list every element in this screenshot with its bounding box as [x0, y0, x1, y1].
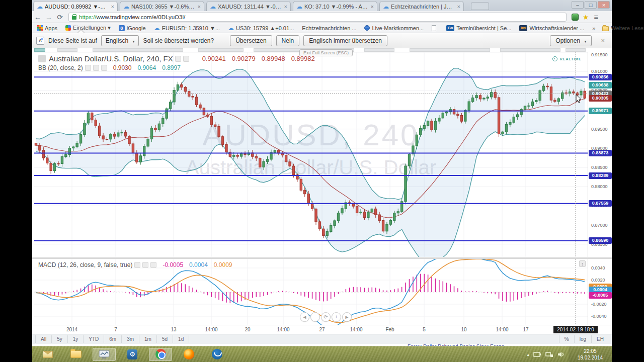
- macd-eye-icon[interactable]: [134, 262, 140, 268]
- forward-button[interactable]: →: [43, 13, 54, 21]
- browser-tab[interactable]: ☁Echtzeitnachrichten | Jand×: [379, 1, 464, 11]
- bookmark-item[interactable]: GoTerminübersicht | Se...: [446, 25, 511, 31]
- range-button-1d[interactable]: 1d: [173, 335, 189, 343]
- bookmark-item[interactable]: Echtzeitnachrichten ...: [302, 25, 356, 31]
- macd-close-icon[interactable]: [150, 262, 156, 268]
- tradingview-cloud-favicon: ☁: [123, 4, 129, 10]
- tab-close-icon[interactable]: ×: [371, 4, 374, 10]
- taskbar-clock[interactable]: 22:05 19.02.2014: [569, 346, 612, 362]
- price-tick-label: 0.91500: [591, 52, 608, 57]
- speaker-icon[interactable]: [557, 351, 565, 357]
- new-tab-button[interactable]: [471, 2, 489, 10]
- scale-button-log[interactable]: log: [574, 335, 591, 343]
- bookmark-item[interactable]: Live-Marktkommen...: [364, 25, 424, 31]
- taskbar-settings-app-icon[interactable]: ⚙: [121, 348, 144, 361]
- no-button[interactable]: Nein: [276, 35, 300, 46]
- tab-close-icon[interactable]: ×: [198, 4, 201, 10]
- always-translate-button[interactable]: Englisch immer übersetzen: [303, 35, 387, 46]
- range-button-all[interactable]: All: [35, 335, 52, 343]
- symbol-title[interactable]: Australian Dollar/U.S. Dollar, 240, FX: [49, 54, 173, 63]
- macd-settings-icon[interactable]: [142, 262, 148, 268]
- range-button-1m[interactable]: 1m: [139, 335, 157, 343]
- macd-value: 0.0004: [189, 261, 208, 268]
- bookmark-item[interactable]: InvWirtschaftskalender ...: [519, 25, 584, 31]
- window-close-button[interactable]: ×: [598, 1, 610, 9]
- bookmarks-overflow-chevron[interactable]: »: [592, 25, 595, 31]
- language-select[interactable]: Englisch ▾: [101, 35, 139, 46]
- browser-tab[interactable]: ☁NAS100: 3655 ▼-0.6% - In×: [120, 1, 204, 11]
- pane-collapse-icon[interactable]: ↕: [579, 260, 586, 267]
- scale-button-%[interactable]: %: [559, 335, 574, 343]
- bookmark-item[interactable]: Einstellungen ▾: [65, 25, 111, 31]
- price-tick-label: 0.89500: [591, 127, 608, 132]
- network-icon[interactable]: [545, 351, 553, 357]
- tab-close-icon[interactable]: ×: [111, 4, 114, 10]
- taskbar-chrome-icon[interactable]: [149, 348, 172, 361]
- back-button[interactable]: ←: [32, 13, 43, 21]
- range-button-1y[interactable]: 1y: [68, 335, 84, 343]
- browser-tab[interactable]: ☁AUDUSD: 0.89982 ▼-0.29×: [33, 1, 118, 11]
- bb-band-fill: [36, 68, 585, 257]
- options-button[interactable]: Optionen ▾: [550, 35, 592, 46]
- legend-settings-icon[interactable]: [183, 56, 189, 62]
- taskbar-explorer-icon[interactable]: [64, 348, 88, 361]
- bookmark-item[interactable]: 8iGoogle: [119, 25, 146, 31]
- window-minimize-button[interactable]: −: [572, 1, 584, 9]
- range-button-6m[interactable]: 6m: [104, 335, 122, 343]
- bb-settings-icon[interactable]: [93, 65, 99, 71]
- main-chart-pane[interactable]: AUDUSD, 240 Australian Dollar/U.S. Dolla…: [34, 52, 588, 257]
- macd-label[interactable]: MACD (12, 26, close, 9, false, true): [38, 261, 132, 268]
- bb-label[interactable]: BB (20, close, 2): [38, 64, 83, 71]
- macd-pane[interactable]: MACD (12, 26, close, 9, false, true) -0.…: [34, 259, 588, 325]
- price-badge: 0.88873: [589, 150, 612, 156]
- reload-button[interactable]: ⟳: [54, 13, 65, 21]
- address-bar[interactable]: https:// www.tradingview.com/e/0DLyuO3l/: [68, 13, 567, 22]
- price-axis[interactable]: 0.915000.910000.905000.900000.895000.890…: [588, 52, 612, 257]
- bb-eye-icon[interactable]: [85, 65, 91, 71]
- url-scheme: https://: [79, 14, 97, 20]
- chart-nav-button[interactable]: +: [332, 312, 341, 322]
- infobar-close-icon[interactable]: ×: [601, 37, 605, 44]
- time-axis-label: 27: [319, 327, 325, 332]
- chart-nav-button[interactable]: ◄: [300, 312, 309, 322]
- bookmark-item[interactable]: [432, 25, 438, 31]
- tray-expand-icon[interactable]: ▴: [527, 352, 529, 357]
- range-button-ytd[interactable]: YTD: [84, 335, 104, 343]
- macd-badge: -0.0005: [589, 292, 612, 299]
- taskbar-chart-app-icon[interactable]: [93, 348, 116, 361]
- collapsed-toolbar-segment: [57, 48, 77, 52]
- bookmark-star-icon[interactable]: ★: [583, 13, 589, 21]
- browser-tab[interactable]: ☁KO: 37.10 ▼-0.99% - Aktie×: [293, 1, 377, 11]
- browser-tab[interactable]: ☁XAUUSD: 1311.44 ▼-0.78×: [206, 1, 291, 11]
- taskbar-mail-icon[interactable]: [36, 348, 59, 361]
- time-axis[interactable]: 201471314:002014:002714:00Feb51014:0017 …: [32, 325, 612, 334]
- bookmark-item[interactable]: Apps: [37, 25, 57, 31]
- range-button-3m[interactable]: 3m: [122, 335, 139, 343]
- bookmark-item[interactable]: ☁US30: 15799 ▲+0.01...: [228, 25, 294, 31]
- extension-icon[interactable]: [572, 14, 579, 21]
- window-maximize-button[interactable]: □: [585, 1, 597, 9]
- chart-nav-button[interactable]: ►: [342, 312, 352, 322]
- taskbar-firefox-icon[interactable]: [177, 348, 200, 361]
- time-axis-label: 14:00: [277, 327, 289, 332]
- chart-nav-button[interactable]: −: [310, 312, 320, 322]
- macd-axis[interactable]: 0.00400.0020-0.0020-0.00400.00090.0004-0…: [588, 259, 612, 325]
- collapsed-toolbar-segment: [364, 48, 394, 52]
- legend-toggle-icon[interactable]: [175, 56, 181, 62]
- bb-close-icon[interactable]: [101, 65, 107, 71]
- tab-close-icon[interactable]: ×: [284, 4, 287, 10]
- chart-nav-button[interactable]: ⟳: [321, 312, 331, 322]
- range-button-5d[interactable]: 5d: [157, 335, 173, 343]
- translate-button[interactable]: Übersetzen: [230, 35, 272, 46]
- price-badge: 0.87559: [589, 200, 612, 207]
- inv-icon: Inv: [519, 25, 527, 31]
- taskbar-openoffice-icon[interactable]: [205, 348, 228, 361]
- price-badge: 0.86590: [589, 237, 612, 244]
- scale-button-eh[interactable]: EH: [591, 335, 609, 343]
- bookmark-other-folder[interactable]: Weitere Lesezeichen: [602, 25, 644, 31]
- bookmark-item[interactable]: ☁EURUSD: 1.35910 ▼...: [154, 25, 220, 31]
- tab-close-icon[interactable]: ×: [457, 4, 460, 10]
- chrome-menu-icon[interactable]: ≡: [594, 13, 599, 21]
- battery-icon[interactable]: [533, 351, 541, 357]
- range-button-5y[interactable]: 5y: [52, 335, 68, 343]
